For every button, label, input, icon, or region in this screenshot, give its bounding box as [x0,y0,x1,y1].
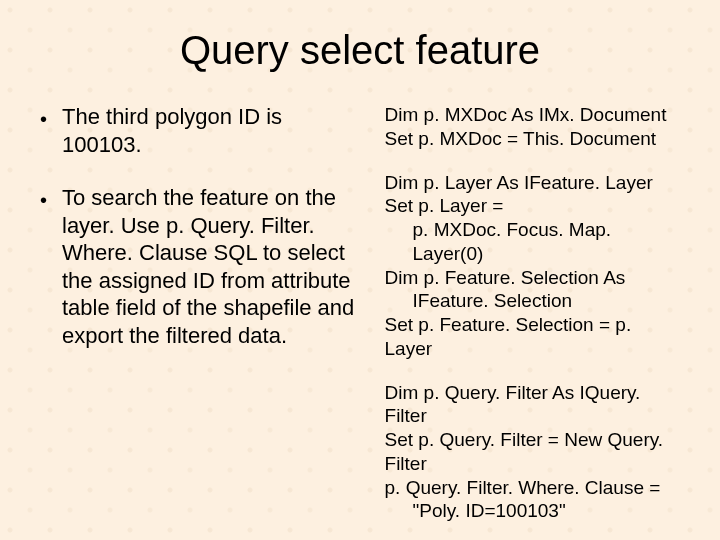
bullet-2-text: To search the feature on the layer. Use … [62,184,367,349]
content-columns: The third polygon ID is 100103. To searc… [40,103,680,540]
code-line: Set p. Query. Filter = New Query. Filter [385,428,680,476]
code-line: Dim p. Feature. Selection As [385,266,680,290]
slide-title: Query select feature [40,28,680,73]
code-line: Set p. Layer = [385,194,680,218]
bullet-dot-icon [40,184,62,349]
right-column: Dim p. MXDoc As IMx. Document Set p. MXD… [385,103,680,540]
bullet-2: To search the feature on the layer. Use … [40,184,367,349]
code-line: Set p. Feature. Selection = p. Layer [385,313,680,361]
code-line: "Poly. ID=100103" [385,499,680,523]
code-line: Dim p. Layer As IFeature. Layer [385,171,680,195]
bullet-1-text: The third polygon ID is 100103. [62,103,367,158]
code-block-3: Dim p. Query. Filter As IQuery. Filter S… [385,381,680,524]
code-line: Dim p. MXDoc As IMx. Document [385,103,680,127]
code-line: Dim p. Query. Filter As IQuery. Filter [385,381,680,429]
code-block-1: Dim p. MXDoc As IMx. Document Set p. MXD… [385,103,680,151]
bullet-dot-icon [40,103,62,158]
code-line: Set p. MXDoc = This. Document [385,127,680,151]
code-line: p. Query. Filter. Where. Clause = [385,476,680,500]
code-block-2: Dim p. Layer As IFeature. Layer Set p. L… [385,171,680,361]
code-line: IFeature. Selection [385,289,680,313]
code-line: p. MXDoc. Focus. Map. Layer(0) [385,218,680,266]
bullet-1: The third polygon ID is 100103. [40,103,367,158]
left-column: The third polygon ID is 100103. To searc… [40,103,367,540]
